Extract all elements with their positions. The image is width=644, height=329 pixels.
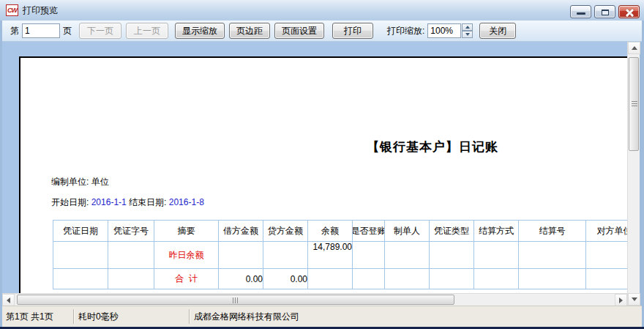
page-setup-button[interactable]: 页面设置 xyxy=(274,23,324,39)
cell xyxy=(263,242,308,269)
maximize-icon xyxy=(602,10,609,15)
spinner-up-button[interactable] xyxy=(462,23,473,31)
close-preview-button[interactable]: 关闭 xyxy=(479,23,516,39)
page-label-prefix: 第 xyxy=(10,25,19,37)
scroll-down-icon xyxy=(632,297,637,301)
cell xyxy=(474,242,519,269)
scroll-left-button[interactable] xyxy=(2,294,15,306)
cell xyxy=(385,242,430,269)
cell-balance: 14,789.00 xyxy=(308,242,353,269)
spinner-down-button[interactable] xyxy=(462,31,473,38)
cell xyxy=(519,269,586,289)
print-zoom-label: 打印缩放: xyxy=(387,25,424,37)
thumb-grip-icon xyxy=(233,297,239,303)
table-row: 合 计 0.00 0.00 xyxy=(53,269,628,289)
status-company: 成都金格网络科技有限公司 xyxy=(194,311,299,323)
window-controls xyxy=(570,5,640,18)
horizontal-scroll-thumb[interactable] xyxy=(17,295,454,305)
col-header: 对方单位 xyxy=(586,221,628,242)
cell xyxy=(586,242,628,269)
col-header: 凭证日期 xyxy=(53,221,108,242)
cell xyxy=(519,242,586,269)
page-label-suffix: 页 xyxy=(63,25,72,37)
vertical-scrollbar[interactable] xyxy=(627,42,640,306)
journal-table: 凭证日期 凭证字号 摘要 借方金额 贷方金额 余额 是否登账 制单人 凭证类型 … xyxy=(53,220,627,289)
prepared-by-value: 单位 xyxy=(91,177,109,187)
col-header: 凭证类型 xyxy=(430,221,474,242)
scroll-up-icon xyxy=(632,46,637,50)
cell xyxy=(108,242,154,269)
end-date-value: 2016-1-8 xyxy=(169,197,204,207)
cell xyxy=(353,242,385,269)
close-button[interactable] xyxy=(618,5,640,18)
table-row: 昨日余额 14,789.00 xyxy=(53,242,628,269)
print-button[interactable]: 打印 xyxy=(332,23,373,39)
print-preview-window: CW 打印预览 第 页 下一页 上一页 显示缩放 页边距 页面设置 打印 打印缩… xyxy=(0,0,644,329)
col-header: 贷方金额 xyxy=(263,221,308,242)
cell xyxy=(474,269,519,289)
window-title: 打印预览 xyxy=(23,4,58,17)
col-header: 制单人 xyxy=(385,221,430,242)
app-icon: CW xyxy=(6,4,18,16)
horizontal-scrollbar[interactable] xyxy=(2,293,627,306)
cell: 0.00 xyxy=(263,269,308,289)
scroll-up-button[interactable] xyxy=(628,42,640,54)
cell xyxy=(430,269,474,289)
cell xyxy=(53,269,108,289)
cell xyxy=(430,242,474,269)
status-page-info: 第1页 共1页 xyxy=(6,311,53,323)
next-page-button[interactable]: 下一页 xyxy=(79,23,121,39)
cell: 0.00 xyxy=(219,269,263,289)
preview-viewport: 【银行基本户】日记账 编制单位: 单位 开始日期: 2016-1-1 结束日期:… xyxy=(2,42,627,293)
report-title: 【银行基本户】日记账 xyxy=(348,138,517,155)
minimize-button[interactable] xyxy=(570,5,591,18)
cell xyxy=(385,269,430,289)
margins-button[interactable]: 页边距 xyxy=(229,23,270,39)
spinner-up-icon xyxy=(465,26,470,29)
cell xyxy=(586,269,628,289)
table-header-row: 凭证日期 凭证字号 摘要 借方金额 贷方金额 余额 是否登账 制单人 凭证类型 … xyxy=(53,221,628,242)
status-elapsed: 耗时0毫秒 xyxy=(78,311,119,323)
col-header: 借方金额 xyxy=(219,221,263,242)
col-header: 凭证字号 xyxy=(108,221,154,242)
scroll-right-icon xyxy=(619,297,623,303)
maximize-button[interactable] xyxy=(594,5,615,18)
print-zoom-input[interactable] xyxy=(427,23,461,38)
col-header: 是否登账 xyxy=(353,221,385,242)
page-number-input[interactable] xyxy=(22,23,60,38)
thumb-grip-icon xyxy=(632,101,637,107)
scroll-left-icon xyxy=(7,297,10,303)
col-header: 摘要 xyxy=(154,221,219,242)
cell xyxy=(108,269,154,289)
status-divider xyxy=(189,309,190,324)
scroll-down-button[interactable] xyxy=(628,293,640,306)
titlebar: CW 打印预览 xyxy=(0,0,644,21)
statusbar: 第1页 共1页 耗时0毫秒 成都金格网络科技有限公司 xyxy=(2,306,642,327)
report-page: 【银行基本户】日记账 编制单位: 单位 开始日期: 2016-1-1 结束日期:… xyxy=(19,56,627,293)
col-header: 结算方式 xyxy=(474,221,519,242)
status-divider xyxy=(73,309,75,324)
start-date-value: 2016-1-1 xyxy=(91,197,127,207)
toolbar: 第 页 下一页 上一页 显示缩放 页边距 页面设置 打印 打印缩放: 关闭 xyxy=(2,21,642,42)
cell xyxy=(353,269,385,289)
col-header: 结算号 xyxy=(519,221,586,242)
prev-page-button[interactable]: 上一页 xyxy=(126,23,168,39)
vertical-scroll-thumb[interactable] xyxy=(629,57,639,151)
spinner-down-icon xyxy=(465,33,470,36)
scroll-right-button[interactable] xyxy=(615,294,627,306)
cell xyxy=(219,242,263,269)
col-header: 余额 xyxy=(308,221,353,242)
print-zoom-spinner xyxy=(462,23,473,38)
cell-summary: 昨日余额 xyxy=(154,242,219,269)
cell-summary: 合 计 xyxy=(154,269,219,289)
start-date-label: 开始日期: xyxy=(51,197,89,207)
show-zoom-button[interactable]: 显示缩放 xyxy=(175,23,225,39)
cell xyxy=(308,269,353,289)
prepared-by-label: 编制单位: xyxy=(51,177,89,187)
end-date-label: 结束日期: xyxy=(129,197,166,207)
prepared-by-line: 编制单位: 单位 xyxy=(51,176,109,188)
minimize-icon xyxy=(577,12,585,15)
date-range-line: 开始日期: 2016-1-1 结束日期: 2016-1-8 xyxy=(51,196,204,209)
cell xyxy=(53,242,108,269)
